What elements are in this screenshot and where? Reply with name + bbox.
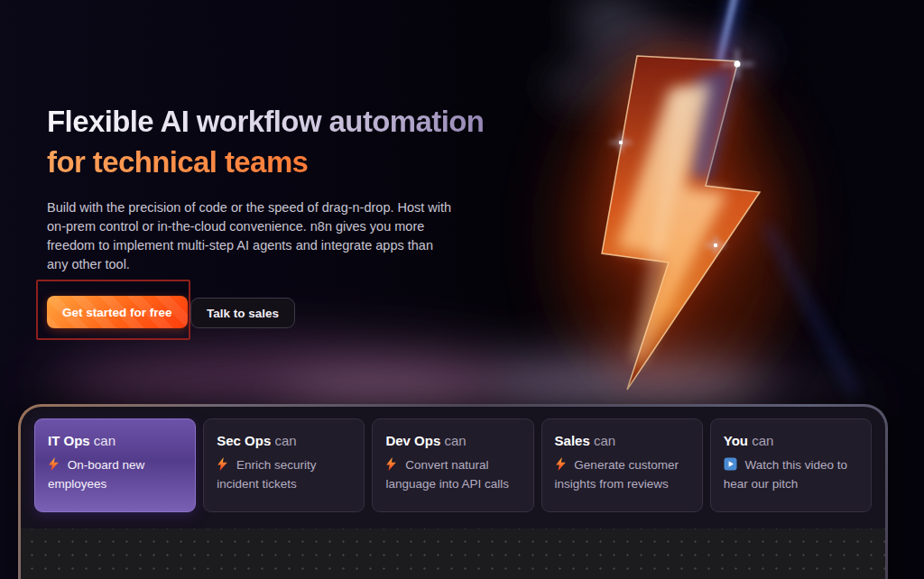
persona-tabs: IT Ops can On-board new employeesSec Ops… (21, 407, 885, 528)
persona-card-action: Enrich security incident tickets (217, 456, 351, 492)
persona-card-title: Sales can (555, 433, 689, 448)
hero-section: Flexible AI workflow automation for tech… (47, 101, 516, 274)
title-white-part: Flexible AI workflow (47, 105, 329, 138)
n8n-landing-page: Flexible AI workflow automation for tech… (0, 0, 924, 579)
persona-card-title: IT Ops can (48, 433, 182, 448)
persona-card-sales[interactable]: Sales can Generate customer insights fro… (541, 418, 703, 512)
persona-card-action-text: Watch this video to hear our pitch (724, 458, 847, 491)
lightning-bolt-icon (555, 457, 567, 475)
workflow-canvas[interactable] (21, 528, 885, 579)
lightning-bolt-icon (217, 457, 228, 475)
persona-card-action-text: On-board new employees (48, 458, 144, 491)
lightning-bolt-icon (385, 457, 397, 475)
persona-card-action: On-board new employees (48, 456, 182, 492)
persona-card-it-ops[interactable]: IT Ops can On-board new employees (34, 418, 196, 512)
demo-panel: IT Ops can On-board new employeesSec Ops… (18, 404, 888, 579)
persona-card-title: Sec Ops can (217, 433, 351, 448)
persona-card-title: You can (724, 433, 858, 448)
talk-to-sales-button[interactable]: Talk to sales (190, 298, 295, 328)
lightning-bolt-icon (48, 457, 60, 475)
persona-card-you[interactable]: You can Watch this video to hear our pit… (710, 418, 872, 512)
hero-description: Build with the precision of code or the … (47, 198, 457, 274)
persona-card-dev-ops[interactable]: Dev Ops can Convert natural language int… (372, 418, 533, 512)
cta-row: Get started for free Talk to sales (36, 280, 307, 343)
play-video-icon (724, 457, 737, 475)
title-line-1: Flexible AI workflow automation (47, 101, 516, 142)
persona-card-title: Dev Ops can (385, 433, 520, 448)
title-line-2: for technical teams (47, 142, 516, 182)
persona-card-sec-ops[interactable]: Sec Ops can Enrich security incident tic… (203, 418, 365, 512)
get-started-button[interactable]: Get started for free (47, 296, 188, 328)
demo-panel-inner: IT Ops can On-board new employeesSec Ops… (21, 407, 885, 579)
persona-card-action-text: Convert natural language into API calls (385, 458, 509, 491)
persona-card-action: Watch this video to hear our pitch (724, 456, 858, 492)
persona-card-action: Generate customer insights from reviews (555, 456, 689, 492)
title-accent-part: automation (329, 105, 485, 138)
persona-card-action-text: Generate customer insights from reviews (555, 458, 679, 491)
persona-card-action-text: Enrich security incident tickets (217, 458, 316, 491)
persona-card-action: Convert natural language into API calls (385, 456, 520, 492)
page-title: Flexible AI workflow automation for tech… (47, 101, 516, 182)
